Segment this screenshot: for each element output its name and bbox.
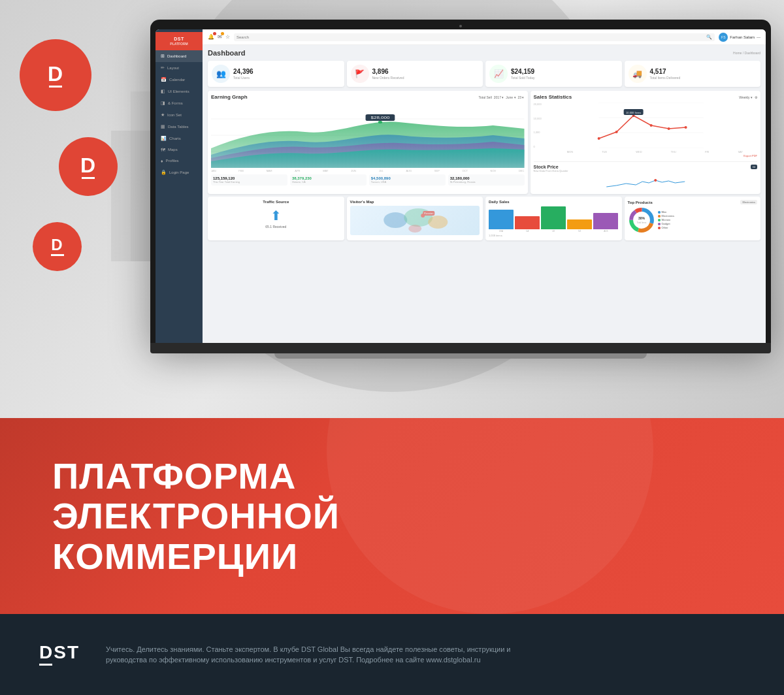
donut-area: 30% Total Items Men (628, 206, 758, 234)
bar-usa: USA (489, 210, 514, 233)
stock-price-svg (534, 174, 758, 190)
forms-icon: ◨ (161, 101, 165, 106)
sales-stats-title: Sales Statistics (534, 94, 572, 100)
x-tue: TUE (602, 150, 607, 154)
stats-row: 👥 24,396 Total Users 🚩 3,896 (208, 61, 760, 87)
earning-graph: Earning Graph Total Sell 2017 ▾ June ▾ 2… (208, 91, 528, 194)
men-dot (658, 211, 661, 214)
donut-wrapper: 30% Total Items (628, 206, 655, 234)
star-icon[interactable]: ☆ (225, 34, 230, 40)
brand-sub: PLATFORM (158, 42, 200, 46)
visitors-map-card: Visitor's Map (347, 197, 483, 240)
icon-set-icon: ★ (161, 112, 165, 118)
donut-svg: 30% Total Items (628, 206, 655, 234)
sidebar: DST PLATFORM ⊞ Dashboard ✏ Layout 📅 (155, 29, 203, 343)
export-link[interactable]: Export PDF (534, 154, 758, 157)
sidebar-label-ui: UI Elements (168, 89, 189, 93)
topbar-search[interactable]: 🔍 (234, 33, 715, 41)
sales-chart-area: 20,000 10,000 1,000 0 (534, 103, 758, 154)
bar-aus: AUS (593, 213, 618, 233)
month-jan: JAN (211, 169, 216, 172)
earning-graph-header: Earning Graph Total Sell 2017 ▾ June ▾ 2… (211, 94, 525, 100)
month-jul: JUL (379, 169, 384, 172)
sidebar-item-ui[interactable]: ◧ UI Elements (155, 86, 203, 97)
x-wed: WED (636, 150, 642, 154)
sidebar-item-dashboard[interactable]: ⊞ Dashboard (155, 50, 203, 62)
search-input[interactable] (237, 35, 704, 39)
main-content: 🔔 ✉ ☆ 🔍 (203, 29, 766, 343)
users-icon: 👥 (212, 65, 230, 83)
user-menu-icon[interactable]: ⋯ (757, 35, 760, 39)
stat-card-orders: 🚩 3,896 New Orders Received (347, 61, 483, 87)
graph-x-labels: JAN FEB MAR APR MAY JUN JUL AUG SEP (211, 169, 525, 172)
stat-label-delivered: Total Items Delivered (650, 76, 757, 80)
top-products-header: Top Products Electronics (628, 200, 758, 204)
layout-icon: ✏ (161, 65, 165, 71)
stat-label-sold: Total Sold Today (511, 76, 618, 80)
user-avatar: FS (719, 33, 728, 42)
settings-icon[interactable]: ⚙ (755, 95, 757, 99)
data-label-3: St.Petersburg, Russia (450, 180, 523, 184)
sidebar-label-layout: Layout (167, 66, 179, 70)
bar-ca: CA (515, 216, 540, 233)
footer-logo-underline (39, 664, 52, 666)
other-dot (658, 227, 661, 229)
svg-point-22 (428, 216, 448, 229)
bottom-row: Traffic Source ⬆ 65.1 Received Visitor's… (208, 197, 760, 240)
sidebar-item-calendar[interactable]: 📅 Calendar (155, 74, 203, 86)
mail-icon-wrapper[interactable]: ✉ (218, 34, 222, 40)
notification-icon-wrapper[interactable]: 🔔 (208, 34, 214, 40)
laptop-stand (274, 353, 647, 359)
middle-row: Earning Graph Total Sell 2017 ▾ June ▾ 2… (208, 91, 760, 194)
sidebar-item-maps[interactable]: 🗺 Maps (155, 144, 203, 155)
stat-info-orders: 3,896 New Orders Received (372, 69, 480, 80)
y-20k: 20,000 (534, 103, 542, 106)
men-label: Men (662, 210, 667, 214)
sidebar-label-profiles: Profiles (166, 159, 179, 163)
sidebar-item-layout[interactable]: ✏ Layout (155, 62, 203, 74)
earning-graph-controls: Total Sell 2017 ▾ June ▾ 23 ▾ (479, 95, 525, 99)
data-label-1: Ontario, CA (292, 180, 365, 184)
bar-uk: UK (541, 206, 566, 233)
headline-line3: КОММЕРЦИИ (52, 536, 340, 577)
legend-women: Women (658, 218, 758, 221)
products-category: Electronics (740, 200, 757, 204)
svg-point-15 (684, 126, 687, 129)
month-oct: OCT (462, 169, 467, 172)
svg-text:Russian: Russian (424, 212, 433, 215)
headline-line1: ПЛАТФОРМА (52, 456, 340, 496)
stat-value-delivered: 4,517 (650, 69, 757, 75)
other-label: Other (662, 226, 668, 229)
weekly-select[interactable]: Weekly ▾ (739, 95, 753, 99)
svg-point-13 (649, 124, 652, 127)
sidebar-item-login[interactable]: 🔒 Login Page (155, 167, 203, 178)
month-select[interactable]: June ▾ (506, 95, 515, 99)
dash-body: Dashboard Home / Dashboard 👥 24,396 Tota… (203, 45, 766, 343)
svg-text:30%: 30% (638, 216, 645, 220)
sidebar-item-forms[interactable]: ◨ & Forms (155, 97, 203, 109)
sales-chart-wrapper: 20,000 10,000 1,000 0 (534, 103, 758, 157)
sales-controls: Weekly ▾ ⚙ (739, 95, 757, 99)
y-0: 0 (534, 145, 542, 148)
sales-stats-header: Sales Statistics Weekly ▾ ⚙ (534, 94, 758, 100)
topbar-user: FS Farhan Salam ⋯ (719, 33, 760, 42)
footer: DST Учитесь. Делитесь знаниями. Станьте … (0, 614, 784, 695)
stock-price-section: Stock Price New Data From Extra Quarter … (534, 161, 758, 191)
stat-info-delivered: 4,517 Total Items Delivered (650, 69, 757, 80)
sidebar-item-profiles[interactable]: ♦ Profiles (155, 155, 203, 167)
svg-point-14 (667, 127, 670, 130)
brand-name: DST (158, 36, 200, 42)
traffic-value: 65.1 Received (265, 225, 286, 229)
stat-info-sold: $24,159 Total Sold Today (511, 69, 618, 80)
y-labels: 20,000 10,000 1,000 0 (534, 103, 543, 148)
stat-value-sold: $24,159 (511, 69, 618, 75)
sidebar-item-charts[interactable]: 📊 Charts (155, 133, 203, 144)
sidebar-item-tables[interactable]: ▦ Data Tables (155, 121, 203, 133)
topbar-icons: 🔔 ✉ ☆ (208, 34, 230, 40)
sidebar-item-icons[interactable]: ★ Icon Set (155, 109, 203, 121)
women-label: Women (662, 218, 671, 221)
day-select[interactable]: 23 ▾ (518, 95, 525, 99)
year-select[interactable]: 2017 ▾ (494, 95, 504, 99)
legend-gadget: Gadget (658, 222, 758, 225)
breadcrumb: Home / Dashboard (733, 51, 760, 55)
